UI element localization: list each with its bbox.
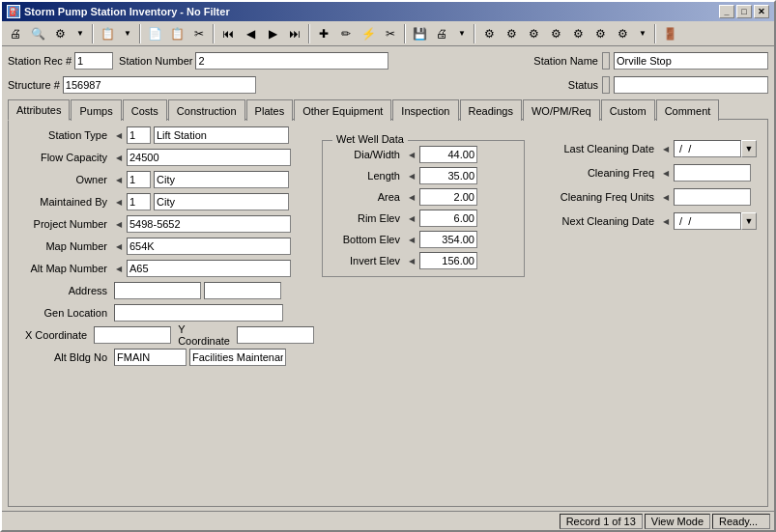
alt-bldg-desc-input[interactable] bbox=[189, 349, 286, 366]
tools-btn5[interactable]: ⚙ bbox=[567, 23, 589, 44]
cleaning-freq-units-row: Cleaning Freq Units ◀ bbox=[532, 186, 762, 208]
save-button[interactable]: 💾 bbox=[409, 23, 430, 44]
tab-costs[interactable]: Costs bbox=[123, 99, 167, 121]
rim-elev-row: Rim Elev ◀ bbox=[327, 209, 520, 228]
tools-btn3[interactable]: ⚙ bbox=[523, 23, 544, 44]
next-cleaning-date-dropdown[interactable]: ▼ bbox=[741, 212, 757, 230]
area-row: Area ◀ bbox=[327, 187, 520, 207]
tools-btn2[interactable]: ⚙ bbox=[501, 23, 522, 44]
tools-btn7[interactable]: ⚙ bbox=[612, 23, 633, 44]
tools-dd[interactable]: ▼ bbox=[634, 23, 651, 44]
delete-button[interactable]: ✂ bbox=[188, 23, 210, 44]
next-cleaning-date-input[interactable] bbox=[674, 212, 741, 230]
station-rec-input[interactable] bbox=[74, 52, 113, 70]
sep1 bbox=[92, 24, 94, 43]
status-bar: Record 1 of 13 View Mode Ready... bbox=[2, 511, 774, 530]
tab-pumps[interactable]: Pumps bbox=[71, 99, 121, 121]
alt-bldg-input[interactable] bbox=[114, 349, 187, 366]
nav-first[interactable]: ⏮ bbox=[217, 23, 239, 44]
area-input[interactable] bbox=[419, 188, 477, 206]
x-coord-input[interactable] bbox=[94, 326, 171, 344]
form-body: Station Type ◀ Flow Capacity ◀ bbox=[14, 126, 762, 500]
tab-attributes[interactable]: Attributes bbox=[8, 99, 70, 121]
exit-button[interactable]: 🚪 bbox=[659, 23, 680, 44]
cleaning-freq-units-input[interactable] bbox=[674, 188, 751, 206]
alt-map-number-input[interactable] bbox=[127, 260, 291, 277]
rim-elev-input[interactable] bbox=[419, 210, 477, 227]
settings-button[interactable]: ⚙ bbox=[49, 23, 71, 44]
mid-column: Wet Well Data Dia/Width ◀ Length ◀ bbox=[322, 126, 525, 500]
search-button[interactable]: 🔍 bbox=[27, 23, 48, 44]
nav-prev[interactable]: ◀ bbox=[240, 23, 261, 44]
invert-elev-input[interactable] bbox=[419, 252, 477, 269]
station-name-input[interactable] bbox=[614, 52, 768, 70]
address-input2[interactable] bbox=[204, 282, 281, 299]
filter-dd[interactable]: ▼ bbox=[119, 23, 136, 44]
tab-other-equipment[interactable]: Other Equipment bbox=[294, 99, 391, 121]
station-name-label: Station Name bbox=[533, 55, 598, 67]
tab-inspection[interactable]: Inspection bbox=[392, 99, 458, 121]
station-number-label: Station Number bbox=[119, 55, 192, 67]
status-input[interactable] bbox=[614, 76, 768, 94]
owner-input[interactable] bbox=[154, 171, 289, 188]
maintained-by-code[interactable] bbox=[127, 193, 151, 210]
close-button[interactable]: ✕ bbox=[754, 5, 769, 18]
print2-button[interactable]: 🖨 bbox=[431, 23, 452, 44]
dropdown-btn1[interactable]: ▼ bbox=[72, 23, 89, 44]
owner-code[interactable] bbox=[127, 171, 151, 188]
station-type-code[interactable] bbox=[127, 126, 151, 144]
right-column: Last Cleaning Date ◀ ▼ Cleaning Freq ◀ bbox=[532, 126, 762, 500]
tab-readings[interactable]: Readings bbox=[460, 99, 522, 121]
tools-btn1[interactable]: ⚙ bbox=[478, 23, 500, 44]
maximize-button[interactable]: □ bbox=[736, 5, 752, 18]
structure-label: Structure # bbox=[8, 79, 60, 91]
length-input[interactable] bbox=[419, 167, 477, 184]
tab-custom[interactable]: Custom bbox=[601, 99, 655, 121]
station-number-input[interactable] bbox=[195, 52, 388, 70]
nav-last[interactable]: ⏭ bbox=[284, 23, 305, 44]
tab-comment[interactable]: Comment bbox=[656, 99, 720, 121]
nav-next[interactable]: ▶ bbox=[262, 23, 283, 44]
header-row-2: Structure # Status bbox=[8, 74, 768, 96]
last-cleaning-date-input[interactable] bbox=[674, 140, 741, 157]
flow-capacity-input[interactable] bbox=[127, 149, 291, 166]
bottom-elev-input[interactable] bbox=[419, 231, 477, 248]
title-bar-left: ⛽ Storm Pump Station Inventory - No Filt… bbox=[7, 5, 230, 18]
project-number-input[interactable] bbox=[127, 215, 291, 233]
gen-location-input[interactable] bbox=[114, 304, 283, 322]
tab-wo-pm-req[interactable]: WO/PM/Req bbox=[523, 99, 600, 121]
alt-map-number-arrow: ◀ bbox=[114, 260, 124, 277]
filter-button[interactable]: 📋 bbox=[97, 23, 118, 44]
dia-width-arrow: ◀ bbox=[407, 146, 417, 163]
sep2 bbox=[139, 24, 141, 43]
minimize-button[interactable]: _ bbox=[719, 5, 734, 18]
title-bar: ⛽ Storm Pump Station Inventory - No Filt… bbox=[2, 2, 774, 21]
y-coord-input[interactable] bbox=[237, 326, 314, 344]
map-number-input[interactable] bbox=[127, 238, 291, 255]
status-label: Status bbox=[568, 79, 598, 91]
maintained-by-label: Maintained By bbox=[14, 196, 111, 208]
next-cleaning-date-label: Next Cleaning Date bbox=[532, 215, 658, 227]
station-type-input[interactable] bbox=[154, 126, 289, 144]
tab-plates[interactable]: Plates bbox=[246, 99, 294, 121]
dia-width-input[interactable] bbox=[419, 146, 477, 163]
edit-button[interactable]: ✏ bbox=[335, 23, 357, 44]
paste-button[interactable]: 📋 bbox=[166, 23, 187, 44]
tools-btn6[interactable]: ⚙ bbox=[589, 23, 611, 44]
content-area: Station Rec # Station Number Station Nam… bbox=[2, 46, 774, 511]
cut-button[interactable]: ✂ bbox=[380, 23, 401, 44]
copy-button[interactable]: 📄 bbox=[144, 23, 165, 44]
tab-construction[interactable]: Construction bbox=[168, 99, 245, 121]
address-input1[interactable] bbox=[114, 282, 201, 299]
print-button[interactable]: 🖨 bbox=[5, 23, 26, 44]
last-cleaning-date-dropdown[interactable]: ▼ bbox=[741, 140, 757, 157]
print-dd[interactable]: ▼ bbox=[453, 23, 471, 44]
action-button[interactable]: ⚡ bbox=[358, 23, 379, 44]
rim-elev-label: Rim Elev bbox=[327, 212, 404, 224]
add-button[interactable]: ✚ bbox=[313, 23, 334, 44]
maintained-by-input[interactable] bbox=[154, 193, 289, 210]
cleaning-freq-input[interactable] bbox=[674, 164, 751, 182]
project-number-label: Project Number bbox=[14, 218, 111, 230]
tools-btn4[interactable]: ⚙ bbox=[545, 23, 566, 44]
structure-input[interactable] bbox=[63, 76, 256, 94]
